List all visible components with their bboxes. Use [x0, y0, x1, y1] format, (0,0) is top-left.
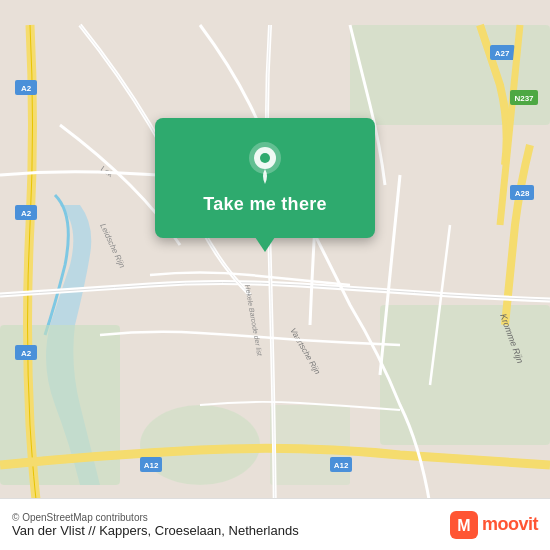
bottom-text-group: © OpenStreetMap contributors Van der Vli… — [12, 512, 299, 538]
moovit-brand-text: moovit — [482, 514, 538, 535]
osm-attribution: © OpenStreetMap contributors — [12, 512, 299, 523]
svg-text:A27: A27 — [495, 49, 510, 58]
map-svg: A2 A2 A2 A12 A12 A27 N237 A28 Kromme Rij… — [0, 0, 550, 550]
moovit-icon-svg: M — [450, 511, 478, 539]
bottom-bar: © OpenStreetMap contributors Van der Vli… — [0, 498, 550, 550]
map-container: A2 A2 A2 A12 A12 A27 N237 A28 Kromme Rij… — [0, 0, 550, 550]
svg-text:Vaartsche Rijn: Vaartsche Rijn — [288, 327, 322, 377]
location-pin-icon — [243, 142, 287, 186]
svg-text:N237: N237 — [514, 94, 534, 103]
svg-text:Hekele Barcode der list: Hekele Barcode der list — [244, 284, 264, 358]
take-me-there-button-label: Take me there — [203, 194, 327, 215]
popup-card[interactable]: Take me there — [155, 118, 375, 238]
svg-text:Leidsche Rijn: Leidsche Rijn — [98, 222, 127, 270]
svg-text:A2: A2 — [21, 209, 32, 218]
svg-text:A28: A28 — [515, 189, 530, 198]
svg-text:A2: A2 — [21, 84, 32, 93]
svg-text:M: M — [457, 517, 470, 534]
svg-rect-2 — [380, 305, 550, 445]
svg-text:A12: A12 — [334, 461, 349, 470]
svg-point-28 — [260, 153, 270, 163]
svg-text:A12: A12 — [144, 461, 159, 470]
location-name: Van der Vlist // Kappers, Croeselaan, Ne… — [12, 523, 299, 538]
moovit-logo[interactable]: M moovit — [450, 511, 538, 539]
svg-text:A2: A2 — [21, 349, 32, 358]
